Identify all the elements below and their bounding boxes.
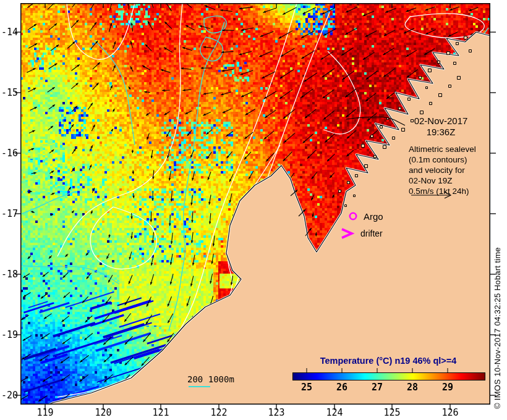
x-tick-label: 126	[437, 407, 464, 418]
colorbar-tick-label: 29	[435, 382, 460, 393]
y-tick-label: -18	[0, 269, 18, 280]
datetime-line2: 19:36Z	[401, 127, 481, 137]
altimetric-note-line3: and velocity for	[409, 166, 465, 175]
x-tick-label: 120	[90, 407, 117, 418]
sst-map-figure: 02-Nov-2017 19:36Z Altimetric sealevel (…	[0, 0, 507, 420]
y-tick-label: -19	[0, 329, 18, 340]
colorbar-tick-label: 27	[365, 382, 390, 393]
x-tick-label: 119	[32, 407, 59, 418]
y-tick-label: -14	[0, 27, 18, 38]
colorbar-tick-label: 25	[294, 382, 319, 393]
altimetric-note-line2: (0.1m contours)	[409, 155, 467, 164]
credit-text: © IMOS 10-Nov-2017 04:32:25 Hobart time	[493, 236, 502, 409]
bathymetry-scale-label: 200 1000m	[187, 374, 234, 384]
x-tick-label: 124	[321, 407, 348, 418]
x-tick-label: 125	[378, 407, 406, 418]
altimetric-note-line1: Altimetric sealevel	[409, 145, 476, 154]
colorbar-tick-label: 26	[330, 382, 354, 393]
y-tick-label: -20	[0, 390, 18, 401]
drifter-legend-label: drifter	[360, 229, 383, 238]
y-tick-label: -16	[0, 148, 18, 159]
x-tick-label: 122	[205, 407, 232, 418]
argo-legend-label: Argo	[364, 211, 383, 222]
y-tick-label: -17	[0, 208, 18, 219]
x-tick-label: 121	[147, 407, 174, 418]
altimetric-note-line4: 02-Nov 19Z	[409, 176, 453, 185]
datetime-line1: 02-Nov-2017	[401, 116, 481, 126]
altimetric-note-line5: 0.5m/s (1kt 24h)	[409, 187, 469, 196]
x-tick-label: 123	[263, 407, 290, 418]
y-tick-label: -15	[0, 87, 18, 98]
colorbar-tick-label: 28	[400, 382, 425, 393]
colorbar-title: Temperature (°C) n19 46% ql>=4	[291, 356, 486, 366]
